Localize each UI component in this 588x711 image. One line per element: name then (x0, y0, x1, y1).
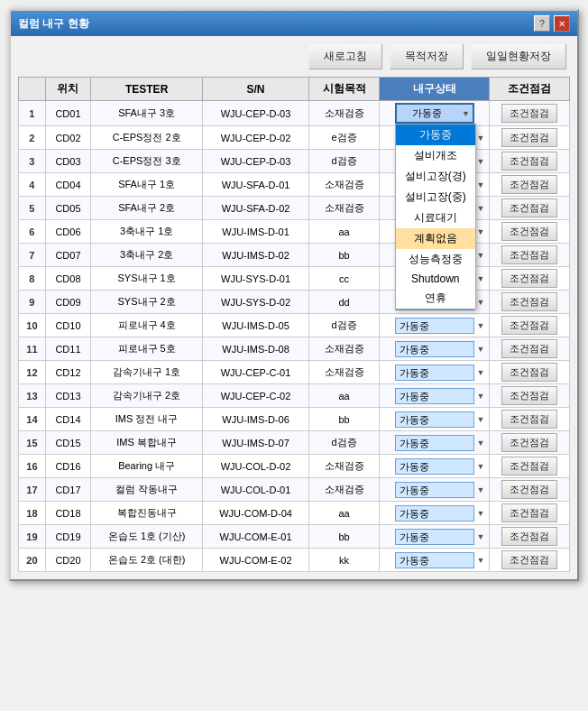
condition-button[interactable]: 조건점검 (501, 457, 557, 476)
condition-button[interactable]: 조건점검 (501, 269, 557, 288)
cell-tester: 컬럼 작동내구 (91, 478, 203, 502)
cell-condition: 조건점검 (490, 101, 570, 126)
condition-button[interactable]: 조건점검 (501, 386, 557, 405)
status-select[interactable]: 가동중설비개조설비고장(경)설비고장(중)시료대기계획없음성능측정중Shutdo… (395, 365, 474, 381)
condition-button[interactable]: 조건점검 (501, 550, 557, 569)
col-test: 시험목적 (308, 78, 379, 101)
table-row: 13CD13감속기내구 2호WJU-CEP-C-02aa가동중설비개조설비고장(… (19, 384, 570, 408)
condition-button[interactable]: 조건점검 (501, 433, 557, 452)
status-select[interactable]: 가동중설비개조설비고장(경)설비고장(중)시료대기계획없음성능측정중Shutdo… (395, 388, 474, 404)
cell-num: 17 (19, 478, 46, 502)
table-row: 18CD18복합진동내구WJU-COM-D-04aa가동중설비개조설비고장(경)… (19, 502, 570, 525)
cell-sn: WJU-CEP-C-02 (203, 384, 309, 408)
dropdown-arrow-icon: ▼ (476, 345, 484, 354)
cell-condition: 조건점검 (490, 431, 570, 455)
col-condition: 조건점검 (490, 78, 570, 101)
dropdown-item[interactable]: 시료대기 (396, 208, 475, 228)
cell-num: 2 (19, 126, 46, 150)
dropdown-item[interactable]: 계획없음 (396, 228, 475, 249)
status-select[interactable]: 가동중설비개조설비고장(경)설비고장(중)시료대기계획없음성능측정중Shutdo… (395, 458, 474, 475)
cell-tester: 감속기내구 2호 (91, 384, 203, 408)
status-select[interactable]: 가동중설비개조설비고장(경)설비고장(중)시료대기계획없음성능측정중Shutdo… (395, 505, 474, 522)
cell-num: 8 (19, 267, 46, 291)
cell-sn: WJU-IMS-D-01 (203, 220, 309, 244)
cell-pos: CD01 (45, 101, 90, 126)
condition-button[interactable]: 조건점검 (501, 128, 557, 147)
cell-test: cc (308, 267, 379, 291)
table-row: 9CD09SYS내구 2호WJU-SYS-D-02dd가동중설비개조설비고장(경… (19, 291, 570, 314)
cell-pos: CD07 (45, 244, 90, 267)
condition-button[interactable]: 조건점검 (501, 316, 557, 335)
cell-status: 가동중설비개조설비고장(경)설비고장(중)시료대기계획없음성능측정중Shutdo… (380, 314, 490, 337)
status-select[interactable]: 가동중설비개조설비고장(경)설비고장(중)시료대기계획없음성능측정중Shutdo… (395, 341, 474, 357)
status-select[interactable]: 가동중설비개조설비고장(경)설비고장(중)시료대기계획없음성능측정중Shutdo… (395, 482, 474, 498)
cell-num: 9 (19, 291, 46, 314)
condition-button[interactable]: 조건점검 (501, 363, 557, 382)
dropdown-item[interactable]: 설비고장(중) (396, 187, 475, 208)
table-row: 20CD20온습도 2호 (대한)WJU-COM-E-02kk가동중설비개조설비… (19, 549, 570, 572)
save-button[interactable]: 목적저장 (390, 43, 464, 69)
cell-condition: 조건점검 (490, 384, 570, 408)
condition-button[interactable]: 조건점검 (501, 175, 557, 194)
dropdown-item[interactable]: 연휴 (396, 288, 475, 309)
condition-button[interactable]: 조건점검 (501, 503, 557, 522)
cell-tester: SYS내구 2호 (91, 291, 203, 314)
condition-button[interactable]: 조건점검 (501, 480, 557, 499)
refresh-button[interactable]: 새로고침 (308, 43, 382, 69)
status-select[interactable]: 가동중설비개조설비고장(경)설비고장(중)시료대기계획없음성능측정중Shutdo… (395, 411, 474, 428)
table-row: 5CD05SFA내구 2호WJU-SFA-D-02소재검증가동중설비개조설비고장… (19, 197, 570, 220)
cell-sn: WJU-IMS-D-08 (203, 337, 309, 361)
window-title: 컬럼 내구 현황 (18, 16, 89, 32)
cell-test: aa (308, 502, 379, 525)
condition-button[interactable]: 조건점검 (501, 199, 557, 217)
cell-condition: 조건점검 (490, 361, 570, 384)
cell-tester: 복합진동내구 (91, 502, 203, 525)
cell-condition: 조건점검 (490, 244, 570, 267)
cell-test: d검증 (308, 431, 379, 455)
dropdown-item[interactable]: 설비고장(경) (396, 166, 475, 187)
cell-pos: CD13 (45, 384, 90, 408)
table-row: 17CD17컬럼 작동내구WJU-COL-D-01소재검증가동중설비개조설비고장… (19, 478, 570, 502)
status-select[interactable]: 가동중설비개조설비고장(경)설비고장(중)시료대기계획없음성능측정중Shutdo… (395, 552, 474, 568)
table-header-row: 위치 TESTER S/N 시험목적 내구상태 조건점검 (19, 78, 570, 101)
dropdown-item[interactable]: Shutdown (396, 270, 475, 288)
cell-pos: CD12 (45, 361, 90, 384)
status-dropdown-wrapper: 가동중설비개조설비고장(경)설비고장(중)시료대기계획없음성능측정중Shutdo… (382, 552, 486, 568)
status-dropdown-wrapper: 가동중설비개조설비고장(경)설비고장(중)시료대기계획없음성능측정중Shutdo… (382, 505, 486, 522)
dropdown-arrow-icon: ▼ (476, 251, 484, 260)
table-row: 8CD08SYS내구 1호WJU-SYS-D-01cc가동중설비개조설비고장(경… (19, 267, 570, 291)
status-dropdown-open[interactable]: 가동중▼ (395, 103, 474, 124)
col-sn: S/N (203, 78, 309, 101)
cell-status: 가동중▼가동중설비개조설비고장(경)설비고장(중)시료대기계획없음성능측정중Sh… (380, 101, 490, 126)
cell-tester: SFA내구 1호 (91, 173, 203, 197)
condition-button[interactable]: 조건점검 (501, 527, 557, 546)
condition-button[interactable]: 조건점검 (501, 292, 557, 311)
condition-button[interactable]: 조건점검 (501, 410, 557, 429)
dropdown-arrow-icon: ▼ (476, 415, 484, 424)
condition-button[interactable]: 조건점검 (501, 222, 557, 241)
cell-sn: WJU-SFA-D-02 (203, 197, 309, 220)
dropdown-arrow-icon: ▼ (476, 227, 484, 236)
cell-num: 10 (19, 314, 46, 337)
help-button[interactable]: ? (534, 15, 550, 32)
dropdown-item[interactable]: 설비개조 (396, 145, 475, 166)
status-select[interactable]: 가동중설비개조설비고장(경)설비고장(중)시료대기계획없음성능측정중Shutdo… (395, 435, 474, 451)
cell-sn: WJU-COM-E-01 (203, 525, 309, 549)
col-pos: 위치 (45, 78, 90, 101)
daily-save-button[interactable]: 일일현황저장 (471, 43, 566, 69)
close-button[interactable]: ✕ (554, 15, 570, 32)
cell-num: 1 (19, 101, 46, 126)
dropdown-item[interactable]: 성능측정중 (396, 249, 475, 270)
status-select[interactable]: 가동중설비개조설비고장(경)설비고장(중)시료대기계획없음성능측정중Shutdo… (395, 529, 474, 545)
status-select[interactable]: 가동중설비개조설비고장(경)설비고장(중)시료대기계획없음성능측정중Shutdo… (395, 318, 474, 334)
cell-status: 가동중설비개조설비고장(경)설비고장(중)시료대기계획없음성능측정중Shutdo… (380, 384, 490, 408)
condition-button[interactable]: 조건점검 (501, 245, 557, 264)
cell-num: 19 (19, 525, 46, 549)
condition-button[interactable]: 조건점검 (501, 152, 557, 171)
cell-sn: WJU-SYS-D-01 (203, 267, 309, 291)
condition-button[interactable]: 조건점검 (501, 104, 557, 123)
dropdown-arrow-icon: ▼ (476, 157, 484, 166)
dropdown-item[interactable]: 가동중 (396, 125, 475, 145)
cell-pos: CD04 (45, 173, 90, 197)
condition-button[interactable]: 조건점검 (501, 339, 557, 358)
